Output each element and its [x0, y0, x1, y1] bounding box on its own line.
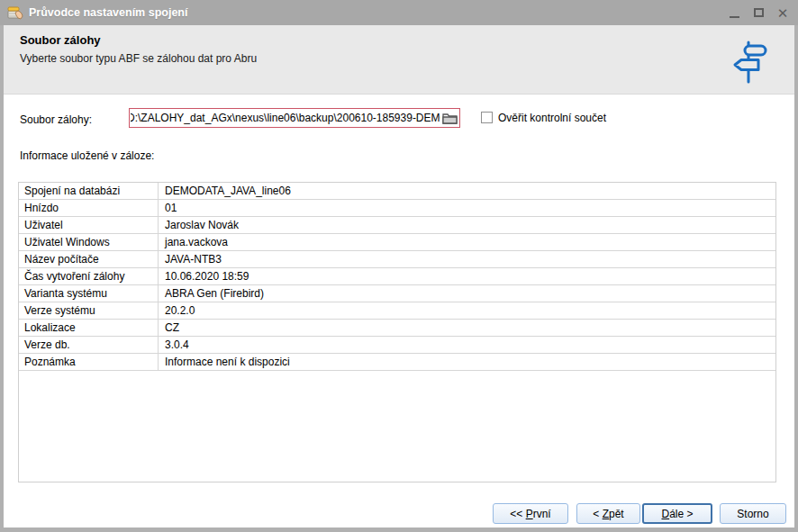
table-row: Poznámka Informace není k dispozici	[19, 354, 775, 371]
backup-info-table: Spojení na databázi DEMODATA_JAVA_line06…	[18, 182, 776, 482]
table-row: Čas vytvoření zálohy 10.06.2020 18:59	[19, 268, 775, 285]
close-button[interactable]: ✕	[775, 5, 791, 21]
signpost-icon	[731, 40, 769, 85]
file-label: Soubor zálohy:	[20, 113, 92, 126]
row-label: Varianta systému	[19, 285, 159, 302]
next-button[interactable]: Dále >	[642, 503, 712, 524]
minimize-icon	[730, 16, 739, 18]
row-label: Verze db.	[19, 337, 159, 353]
titlebar: Průvodce nastavením spojení ✕	[0, 0, 798, 25]
row-value: JAVA-NTB3	[159, 251, 775, 267]
file-path-input[interactable]	[130, 109, 441, 127]
backup-info-label: Informace uložené v záloze:	[20, 149, 154, 162]
file-path-field	[129, 108, 460, 128]
maximize-icon	[754, 8, 764, 17]
row-value: DEMODATA_JAVA_line06	[159, 183, 775, 199]
app-icon	[7, 5, 23, 21]
back-button[interactable]: < Zpět	[576, 503, 640, 524]
table-row: Hnízdo 01	[19, 200, 775, 217]
first-button[interactable]: << První	[493, 503, 568, 524]
row-label: Verze systému	[19, 302, 159, 319]
table-row: Verze systému 20.2.0	[19, 302, 775, 320]
wizard-header: Soubor zálohy Vyberte soubor typu ABF se…	[4, 25, 794, 95]
row-label: Lokalizace	[19, 320, 159, 336]
row-label: Poznámka	[19, 354, 159, 370]
wizard-window: Průvodce nastavením spojení ✕ Soubor zál…	[0, 0, 798, 532]
row-value: 3.0.4	[159, 337, 775, 353]
row-value: CZ	[159, 320, 775, 336]
table-row: Lokalizace CZ	[19, 320, 775, 337]
folder-icon	[442, 112, 458, 124]
page-title: Soubor zálohy	[20, 33, 101, 47]
row-label: Hnízdo	[19, 200, 159, 216]
row-value: Jaroslav Novák	[159, 217, 775, 233]
row-value: 01	[159, 200, 775, 216]
table-row: Spojení na databázi DEMODATA_JAVA_line06	[19, 183, 775, 200]
browse-button[interactable]	[440, 110, 458, 126]
maximize-button[interactable]	[750, 5, 766, 21]
row-value: jana.vackova	[159, 234, 775, 250]
page-subtitle: Vyberte soubor typu ABF se zálohou dat p…	[20, 52, 257, 65]
table-row: Název počítače JAVA-NTB3	[19, 251, 775, 268]
row-value: ABRA Gen (Firebird)	[159, 285, 775, 302]
row-value: Informace není k dispozici	[159, 354, 775, 370]
row-label: Čas vytvoření zálohy	[19, 268, 159, 284]
row-value: 20.2.0	[159, 302, 775, 319]
table-row: Uživatel Windows jana.vackova	[19, 234, 775, 251]
wizard-body: Soubor zálohy Vyberte soubor typu ABF se…	[4, 25, 794, 527]
row-label: Spojení na databázi	[19, 183, 159, 199]
window-title: Průvodce nastavením spojení	[29, 6, 187, 19]
verify-checksum-label[interactable]: Ověřit kontrolní součet	[498, 112, 606, 124]
table-row: Varianta systému ABRA Gen (Firebird)	[19, 285, 775, 302]
row-value: 10.06.2020 18:59	[159, 268, 775, 284]
row-label: Uživatel Windows	[19, 234, 159, 250]
cancel-button[interactable]: Storno	[720, 503, 786, 524]
table-row: Verze db. 3.0.4	[19, 337, 775, 354]
row-label: Název počítače	[19, 251, 159, 267]
row-label: Uživatel	[19, 217, 159, 233]
minimize-button[interactable]	[726, 5, 742, 21]
close-icon: ✕	[777, 6, 789, 20]
table-row: Uživatel Jaroslav Novák	[19, 217, 775, 234]
verify-checksum-checkbox[interactable]	[481, 112, 493, 123]
